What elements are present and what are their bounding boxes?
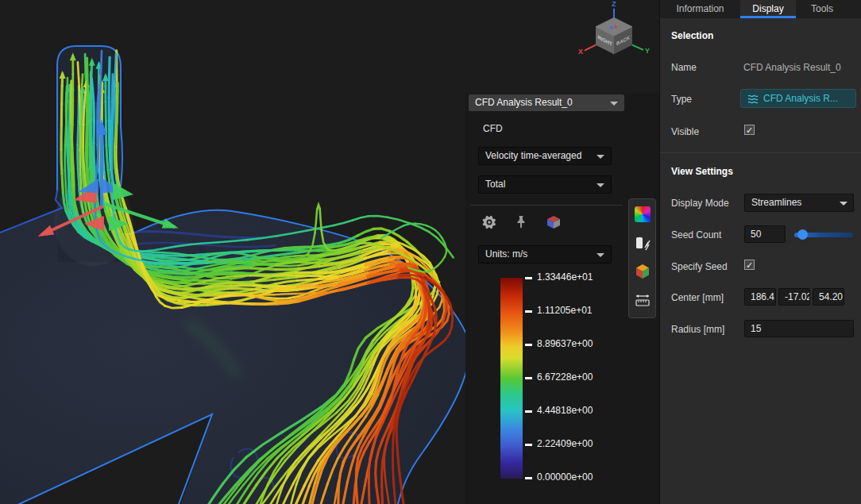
seed-count-slider[interactable]	[794, 229, 853, 240]
field-dropdown[interactable]: Velocity time-averaged	[478, 147, 612, 165]
colorbar-tick-label: 2.22409e+00	[537, 438, 593, 449]
orientation-cube[interactable]: RIGHTBACKZXY	[576, 2, 651, 77]
cfd-application: RIGHTBACKZXY CFD Analysis Result_0 CFD V…	[0, 0, 861, 504]
chevron-down-icon	[597, 253, 604, 257]
center-z-input[interactable]: 54.20	[813, 288, 844, 306]
colorbar-tick-label: 1.33446e+01	[537, 271, 593, 283]
center-label: Center [mm]	[671, 292, 724, 303]
specify-seed-label: Specify Seed	[671, 261, 728, 272]
colormap-icon[interactable]	[635, 206, 651, 222]
cfd-group-label: CFD	[483, 123, 503, 134]
properties-panel: Information Display Tools Selection Name…	[659, 0, 861, 504]
tab-tools[interactable]: Tools	[796, 0, 848, 18]
name-value: CFD Analysis Result_0	[743, 62, 841, 73]
colorbar-tick	[525, 477, 532, 479]
chevron-down-icon	[610, 102, 618, 106]
chevron-down-icon	[597, 183, 604, 187]
colorbar-tick	[525, 444, 532, 446]
display-mode-select[interactable]: Streamlines	[744, 194, 854, 212]
center-y-input[interactable]: -17.02	[778, 288, 810, 306]
slider-handle[interactable]	[797, 229, 808, 240]
colorbar-tick-label: 8.89637e+00	[537, 338, 593, 349]
cfd-result-icon	[747, 93, 759, 106]
colorbar-tick-label: 4.44818e+00	[537, 405, 593, 416]
component-dropdown[interactable]: Total	[478, 175, 612, 194]
view-toolbar	[628, 198, 656, 318]
units-dropdown[interactable]: Units: m/s	[478, 245, 612, 264]
colorbar	[500, 278, 523, 479]
seed-count-input[interactable]: 50	[744, 225, 786, 243]
colorbar-tick-label: 1.11205e+01	[537, 305, 593, 316]
visible-label: Visible	[671, 126, 699, 137]
tab-display[interactable]: Display	[740, 0, 796, 18]
visible-checkbox[interactable]: ✓	[744, 125, 755, 135]
chevron-down-icon	[840, 202, 847, 206]
settings-icon[interactable]	[481, 214, 497, 230]
type-label: Type	[671, 94, 692, 105]
colorbar-tick	[525, 310, 532, 313]
radius-input[interactable]: 15	[744, 320, 854, 337]
chevron-down-icon	[597, 155, 604, 159]
clip-plane-icon[interactable]	[635, 235, 651, 251]
tab-bar: Information Display Tools	[660, 0, 861, 18]
display-mode-label: Display Mode	[671, 198, 729, 209]
colorbar-tick	[525, 377, 532, 379]
svg-text:X: X	[578, 48, 583, 56]
name-label: Name	[671, 62, 697, 73]
result-selector-value: CFD Analysis Result_0	[475, 97, 573, 108]
view-settings-header: View Settings	[671, 166, 733, 177]
selection-header: Selection	[671, 30, 713, 41]
measure-icon[interactable]	[635, 292, 651, 308]
divider	[660, 152, 861, 153]
radius-label: Radius [mm]	[671, 324, 724, 335]
center-x-input[interactable]: 186.4	[744, 288, 776, 306]
colorbar-tick	[525, 344, 532, 346]
colorbar-tick	[525, 410, 532, 413]
svg-text:Z: Z	[612, 2, 616, 8]
pin-icon[interactable]	[513, 214, 529, 230]
colorbar-tick-label: 0.00000e+00	[537, 471, 593, 483]
type-button[interactable]: CFD Analysis R...	[740, 89, 856, 108]
divider	[470, 205, 623, 206]
colorbar-tick	[525, 277, 532, 279]
result-selector[interactable]: CFD Analysis Result_0	[469, 94, 624, 111]
svg-text:Y: Y	[645, 47, 650, 55]
tab-information[interactable]: Information	[660, 0, 740, 18]
colorbar-tick-label: 6.67228e+00	[537, 371, 593, 383]
rgb-cube-icon[interactable]	[635, 264, 651, 279]
specify-seed-checkbox[interactable]: ✓	[744, 260, 755, 270]
clip-cube-icon[interactable]	[545, 214, 561, 230]
seed-count-label: Seed Count	[671, 229, 721, 240]
